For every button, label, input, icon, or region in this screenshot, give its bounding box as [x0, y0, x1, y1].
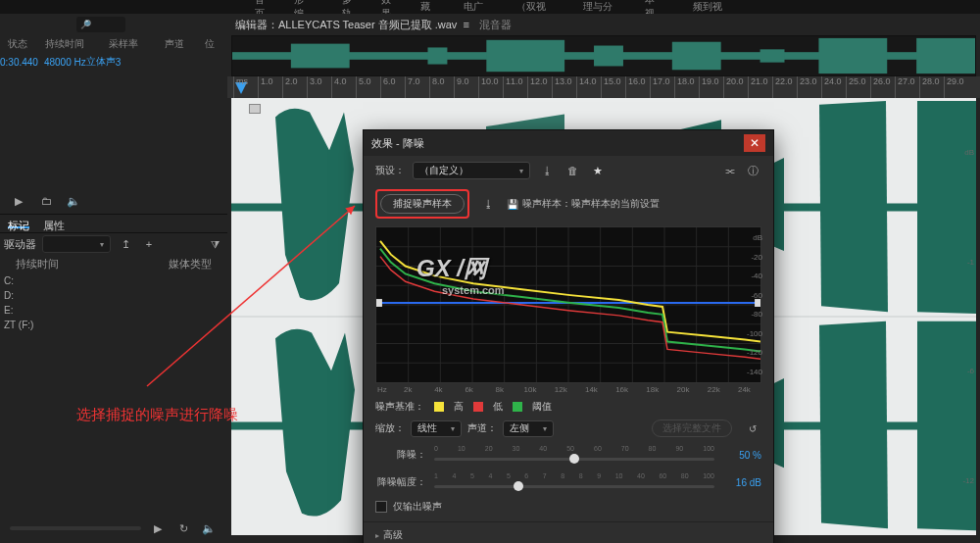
noise-floor-legend: 噪声基准： 高 低 阈值 — [364, 398, 773, 416]
reduce-by-slider[interactable]: 145456788910406080100 — [434, 472, 714, 492]
menu-item[interactable]: 首页 — [255, 0, 265, 14]
ruler-tick: 28.0 — [919, 76, 940, 98]
left-bottom-controls: ▶ ↻ 🔈 — [0, 519, 227, 537]
db-scale-right: dB-1-6-12 — [951, 98, 974, 535]
disk-icon: 💾 — [507, 199, 518, 210]
menu-item[interactable]: 效果 — [381, 0, 391, 14]
svg-rect-8 — [818, 38, 887, 74]
spectrum-y-axis: dB-20-40-60-80-100-120-140 — [739, 225, 762, 384]
dialog-title: 效果 - 降噪 — [371, 136, 424, 151]
ruler-tick: 12.0 — [527, 76, 548, 98]
menu-item[interactable]: 其本视频 — [645, 0, 663, 14]
load-sample-icon[interactable]: ⭳ — [479, 195, 497, 213]
driver-label: 驱动器 — [4, 237, 36, 252]
left-panel: 状态 持续时间 采样率 声道 位 0:30.440 48000 Hz 立体声 3… — [0, 14, 227, 543]
dialog-titlebar[interactable]: 效果 - 降噪 ✕ — [364, 130, 773, 156]
ruler-tick: 17.0 — [650, 76, 670, 98]
legend-high-swatch — [434, 402, 444, 412]
advanced-toggle[interactable]: ▸ 高级 — [364, 521, 773, 543]
speaker-icon[interactable]: 🔈 — [200, 519, 218, 537]
folder-icon[interactable]: 🗀 — [37, 192, 55, 210]
panel-toolbar: ▶ 🗀 🔈 — [0, 188, 227, 214]
sidechain-icon[interactable]: ⫘ — [720, 162, 738, 179]
time-ruler[interactable]: ms1.02.03.04.05.06.07.08.09.010.011.012.… — [227, 76, 980, 98]
preset-select[interactable]: （自定义）▾ — [413, 162, 530, 179]
menu-item[interactable]: 编辑音频到视频 — [693, 0, 725, 14]
svg-rect-5 — [594, 46, 623, 67]
speaker-icon[interactable]: 🔈 — [65, 192, 82, 210]
scale-label: 缩放： — [375, 421, 405, 435]
ruler-tick: 20.0 — [723, 76, 744, 98]
mixer-tab[interactable]: 混音器 — [479, 18, 512, 32]
ruler-tick: 10.0 — [478, 76, 499, 98]
menu-item[interactable]: 批处理（双视图） — [516, 0, 554, 14]
editor-title-bar: 编辑器：ALLEYCATS Teaser 音频已提取 .wav ≡ 混音器 — [227, 14, 980, 35]
ruler-tick: 6.0 — [380, 76, 396, 98]
noise-reduction-dialog: 效果 - 降噪 ✕ 预设： （自定义）▾ ⭳ 🗑 ★ ⫘ ⓘ 捕捉噪声样本 ⭳ … — [363, 129, 774, 543]
ruler-tick: 19.0 — [699, 76, 719, 98]
menu-item[interactable]: 波形编辑 — [294, 0, 313, 14]
capture-noise-button[interactable]: 捕捉噪声样本 — [380, 194, 465, 214]
svg-rect-3 — [427, 47, 447, 64]
output-noise-checkbox[interactable] — [375, 501, 387, 513]
play-icon[interactable]: ▶ — [10, 192, 27, 210]
delete-preset-icon[interactable]: 🗑 — [564, 162, 581, 179]
annotation-text: 选择捕捉的噪声进行降噪 — [76, 406, 238, 424]
info-icon[interactable]: ⓘ — [744, 162, 761, 179]
ruler-tick: 14.0 — [576, 76, 597, 98]
preset-label: 预设： — [375, 164, 405, 177]
sub-header: 持续时间媒体类型 — [0, 255, 227, 273]
ruler-tick: 11.0 — [503, 76, 523, 98]
reduce-by-value[interactable]: 16 dB — [722, 477, 761, 488]
channel-toggle-icon[interactable] — [249, 104, 261, 114]
save-preset-icon[interactable]: ⭳ — [538, 162, 556, 179]
ruler-tick: 9.0 — [454, 76, 469, 98]
file-meta-row[interactable]: 0:30.440 48000 Hz 立体声 3 — [0, 53, 227, 71]
ruler-tick: 29.0 — [944, 76, 964, 98]
waveform-overview[interactable]: ⫴ ◐ +0 dB ⋯ — [231, 35, 976, 76]
noise-spectrum-chart[interactable]: dB-20-40-60-80-100-120-140 — [375, 226, 761, 383]
add-icon[interactable]: + — [140, 235, 158, 253]
scale-select[interactable]: 线性▾ — [411, 420, 462, 437]
ruler-tick: 5.0 — [356, 76, 371, 98]
channel-select[interactable]: 左侧▾ — [503, 420, 554, 437]
reset-icon[interactable]: ↺ — [744, 420, 761, 437]
play-icon[interactable]: ▶ — [149, 519, 167, 537]
ruler-tick: ms — [233, 76, 248, 98]
drive-row[interactable]: D: — [0, 288, 227, 303]
close-button[interactable]: ✕ — [744, 134, 765, 152]
ruler-tick: 21.0 — [748, 76, 768, 98]
output-noise-label: 仅输出噪声 — [393, 500, 442, 514]
drive-row[interactable]: E: — [0, 303, 227, 318]
search-input[interactable] — [76, 17, 125, 32]
reduce-slider[interactable]: 0102030405060708090100 — [434, 445, 714, 465]
ruler-tick: 7.0 — [405, 76, 420, 98]
ruler-tick: 23.0 — [797, 76, 817, 98]
reduce-by-label: 降噪幅度： — [375, 475, 426, 489]
driver-select[interactable]: ▾ — [42, 235, 111, 253]
menu-item[interactable]: 收藏夹 — [420, 0, 434, 14]
zoom-slider[interactable] — [10, 526, 141, 530]
reduce-label: 降噪： — [375, 448, 426, 462]
tab-marker[interactable]: 标记 — [8, 219, 29, 228]
spectrum-x-axis: Hz2k4k6k8k10k12k14k16k18k20k22k24k — [364, 383, 773, 398]
top-menu-bar: 首页 波形编辑 多轨 效果 收藏夹 无线电广播 批处理（双视图） 等效处理与分析… — [0, 0, 980, 14]
svg-rect-7 — [760, 49, 785, 62]
left-tabs: 标记 属性 — [0, 214, 227, 233]
select-full-file-button[interactable]: 选择完整文件 — [652, 420, 732, 437]
menu-item[interactable]: 无线电广播 — [464, 0, 487, 14]
svg-rect-2 — [291, 44, 350, 69]
loop-icon[interactable]: ↻ — [174, 519, 192, 537]
reduce-value[interactable]: 50 % — [722, 450, 761, 461]
noise-sample-label: 💾 噪声样本：噪声样本的当前设置 — [507, 197, 660, 211]
tab-props[interactable]: 属性 — [43, 219, 65, 228]
filter-icon[interactable]: ⧩ — [206, 235, 223, 253]
channel-label: 声道： — [467, 421, 497, 435]
ruler-tick: 24.0 — [821, 76, 842, 98]
menu-item[interactable]: 多轨 — [342, 0, 352, 14]
menu-item[interactable]: 等效处理与分析 — [583, 0, 615, 14]
go-up-icon[interactable]: ↥ — [117, 235, 134, 253]
drive-row[interactable]: ZT (F:) — [0, 318, 227, 332]
drive-row[interactable]: C: — [0, 273, 227, 288]
favorite-icon[interactable]: ★ — [589, 162, 607, 179]
